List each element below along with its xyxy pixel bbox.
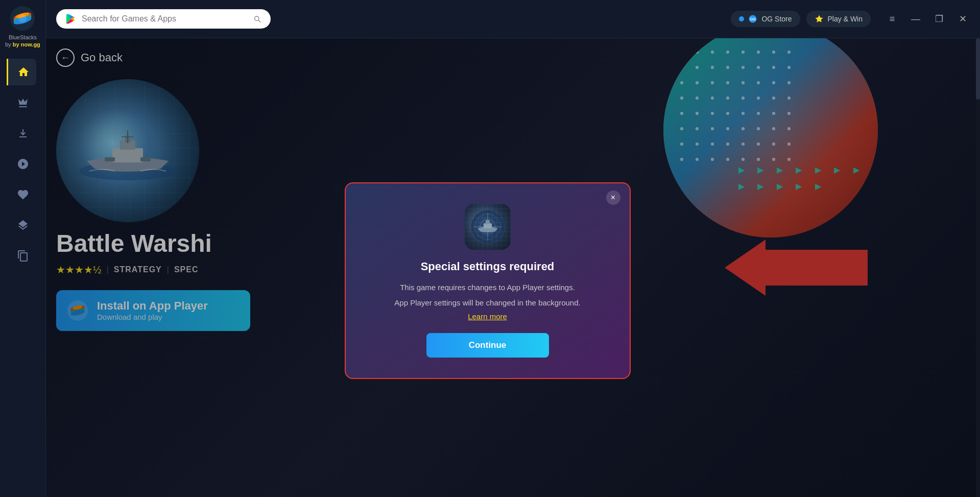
svg-point-5	[18, 14, 27, 22]
minimize-btn[interactable]: —	[909, 12, 923, 26]
og-store-label: OG Store	[761, 15, 792, 23]
google-play-icon	[65, 13, 77, 25]
modal-overlay: × Special settings required	[46, 38, 980, 497]
modal-title: Special settings required	[421, 260, 555, 273]
play-win-label: Play & Win	[828, 15, 863, 23]
svg-point-25	[480, 219, 495, 234]
play-win-icon	[815, 14, 824, 23]
home-icon	[17, 66, 30, 78]
web3-icon	[17, 158, 29, 170]
svg-rect-28	[486, 220, 490, 224]
play-win-btn[interactable]: Play & Win	[806, 11, 871, 27]
sidebar-item-heart[interactable]	[10, 181, 36, 208]
sidebar-item-crown[interactable]	[10, 89, 36, 116]
main-content: ← Go back	[46, 38, 980, 497]
modal-desc-line2: App Player settings will be changed in t…	[394, 297, 580, 309]
og-store-btn[interactable]: OG OG Store	[731, 11, 800, 27]
sidebar-item-home[interactable]	[7, 59, 36, 85]
modal-ship-svg	[470, 209, 506, 245]
hamburger-btn[interactable]: ≡	[885, 12, 899, 26]
og-store-icon: OG	[748, 14, 757, 23]
svg-point-26	[475, 214, 500, 240]
logo-area: BlueStacksby by now.gg	[5, 5, 40, 49]
topbar-right: OG OG Store Play & Win ≡ — ❐ ✕	[731, 11, 970, 27]
sidebar-item-download[interactable]	[10, 120, 36, 147]
copy-icon	[17, 250, 29, 262]
svg-rect-27	[484, 223, 492, 228]
search-input[interactable]	[82, 14, 248, 23]
sidebar-item-layers[interactable]	[10, 212, 36, 239]
topbar: OG OG Store Play & Win ≡ — ❐ ✕	[46, 0, 980, 38]
modal-game-icon	[465, 204, 511, 250]
sidebar: BlueStacksby by now.gg	[0, 0, 46, 497]
modal-learn-more-link[interactable]: Learn more	[468, 312, 507, 321]
og-store-dot	[739, 16, 744, 21]
bluestacks-logo	[9, 5, 36, 32]
search-icon	[253, 14, 261, 24]
layers-icon	[17, 219, 29, 231]
sidebar-item-macros[interactable]	[10, 243, 36, 269]
maximize-btn[interactable]: ❐	[932, 12, 946, 26]
win-controls: ≡ — ❐ ✕	[885, 12, 970, 26]
sidebar-item-web3[interactable]	[10, 151, 36, 177]
svg-text:OG: OG	[750, 17, 756, 21]
heart-icon	[17, 188, 29, 201]
svg-point-22	[471, 210, 505, 244]
close-btn[interactable]: ✕	[955, 12, 970, 26]
logo-text: BlueStacksby by now.gg	[5, 34, 40, 49]
modal-close-btn[interactable]: ×	[606, 191, 620, 205]
modal-continue-btn[interactable]: Continue	[426, 333, 549, 358]
special-settings-modal: × Special settings required	[345, 182, 631, 379]
sidebar-nav	[0, 59, 45, 269]
modal-desc-line1: This game requires changes to App Player…	[400, 281, 575, 294]
crown-icon	[17, 97, 29, 109]
download-icon	[17, 127, 29, 139]
search-bar[interactable]	[56, 9, 271, 29]
svg-marker-8	[815, 15, 823, 22]
